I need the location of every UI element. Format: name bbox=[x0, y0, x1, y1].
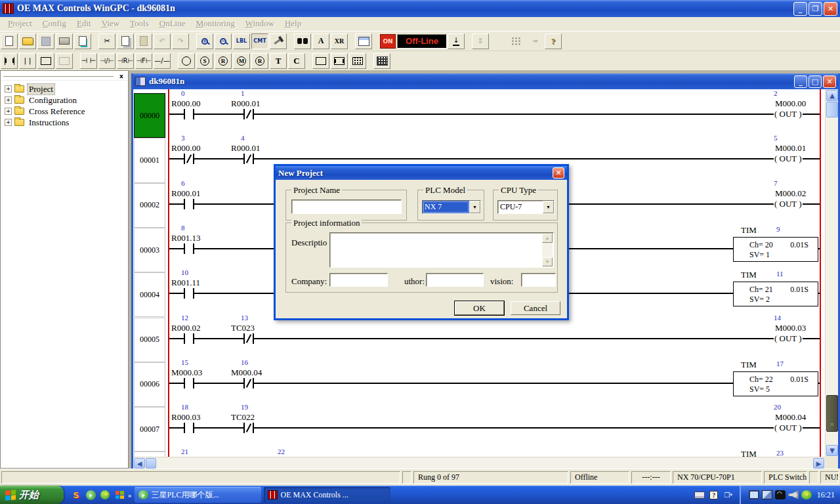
contact-nc-button[interactable]: ⊣/⊢ bbox=[98, 53, 116, 69]
coil-keep-button[interactable]: M bbox=[233, 53, 250, 69]
function-box-button[interactable] bbox=[312, 53, 329, 69]
print-button[interactable] bbox=[56, 33, 73, 49]
sidebar-item-cross-reference[interactable]: +Cross Reference bbox=[5, 106, 128, 117]
rung-number-cell[interactable] bbox=[134, 452, 165, 457]
menu-window[interactable]: Window bbox=[240, 18, 280, 30]
output-coil[interactable]: ( OUT ) bbox=[774, 109, 803, 119]
menu-help[interactable]: Help bbox=[280, 18, 306, 30]
open-button[interactable] bbox=[19, 33, 36, 49]
vertical-scroll-thumb[interactable] bbox=[826, 102, 838, 117]
save-button[interactable] bbox=[37, 33, 54, 49]
print-preview-button[interactable] bbox=[74, 33, 91, 49]
coil-retentive-button[interactable]: R bbox=[251, 53, 268, 69]
company-input[interactable] bbox=[329, 273, 388, 287]
rung-number-cell[interactable]: 00002 bbox=[134, 183, 165, 228]
rung-number-cell[interactable]: 00003 bbox=[134, 228, 165, 272]
contact-falling-button[interactable]: ⊣F⊢ bbox=[135, 53, 152, 69]
panel-close-icon[interactable]: x bbox=[117, 72, 126, 80]
counter-button[interactable]: C bbox=[288, 53, 305, 69]
zoom-out-button[interactable]: − bbox=[215, 33, 232, 49]
copy-button[interactable] bbox=[117, 33, 134, 49]
cut-button[interactable]: ✂ bbox=[98, 33, 116, 49]
build-button[interactable] bbox=[270, 33, 287, 49]
keyboard-icon[interactable] bbox=[693, 489, 706, 501]
network-button[interactable] bbox=[508, 33, 525, 49]
grid-toggle-button[interactable] bbox=[373, 53, 390, 69]
menu-online[interactable]: OnLine bbox=[154, 18, 191, 30]
function-io-box-button[interactable] bbox=[331, 53, 348, 69]
run-transfer-button[interactable]: ↠ bbox=[526, 33, 543, 49]
project-name-input[interactable] bbox=[291, 200, 402, 214]
vertical-wire-button[interactable]: | | bbox=[19, 53, 36, 69]
tim-block[interactable]: Ch= 210.01SSV= 2 bbox=[733, 282, 818, 306]
minimize-button[interactable]: _ bbox=[793, 2, 807, 16]
contact-label[interactable]: R000.00 bbox=[171, 98, 200, 109]
updown-button[interactable]: ⇕ bbox=[472, 33, 489, 49]
contact-label[interactable]: R000.00 bbox=[171, 143, 200, 154]
ok-button[interactable]: OK bbox=[455, 301, 504, 315]
scroll-up-icon[interactable]: ▲ bbox=[826, 90, 838, 101]
menu-edit[interactable]: Edit bbox=[72, 18, 96, 30]
ie-quicklaunch-icon[interactable]: e bbox=[85, 489, 96, 501]
rung-number-cell[interactable]: 00001 bbox=[134, 138, 165, 182]
find-button[interactable] bbox=[294, 33, 311, 49]
rung-number-cell[interactable]: 00004 bbox=[134, 272, 165, 317]
tim-block[interactable]: Ch= 220.01SSV= 5 bbox=[733, 371, 818, 396]
coil-button[interactable] bbox=[178, 53, 195, 69]
task-oemax[interactable]: OE MAX Controls ... bbox=[264, 487, 390, 503]
author-input[interactable] bbox=[426, 273, 484, 287]
coil-label[interactable]: M000.00 bbox=[775, 98, 806, 109]
start-button[interactable]: 开始 bbox=[0, 486, 64, 504]
close-button[interactable]: ✕ bbox=[824, 2, 837, 16]
rung-number-cell[interactable]: 00006 bbox=[134, 362, 165, 407]
zoom-in-button[interactable]: + bbox=[196, 33, 213, 49]
sidebar-item-instructions[interactable]: +Instructions bbox=[5, 117, 128, 128]
contact-no-button[interactable]: ⊣ ⊢ bbox=[80, 53, 97, 69]
help-button[interactable]: ? bbox=[545, 33, 562, 49]
contact-label[interactable]: M000.04 bbox=[231, 368, 262, 378]
sidebar-item-configuration[interactable]: +Configuration bbox=[5, 94, 128, 106]
scroll-left-icon[interactable]: ◀ bbox=[134, 458, 145, 469]
timer-button[interactable]: T bbox=[270, 53, 287, 69]
volume-tray-icon[interactable] bbox=[788, 490, 799, 499]
display-tray-icon[interactable] bbox=[749, 490, 759, 499]
contact-label[interactable]: R000.02 bbox=[171, 323, 200, 333]
antivirus-tray-icon[interactable] bbox=[801, 490, 812, 499]
wireless-tray-icon[interactable] bbox=[775, 490, 786, 499]
network-tray-icon[interactable] bbox=[762, 490, 772, 499]
menu-monitoring[interactable]: Monitoring bbox=[190, 18, 240, 30]
contact-label[interactable]: R001.13 bbox=[171, 233, 200, 243]
ladder-minimize-button[interactable]: _ bbox=[794, 75, 807, 88]
cancel-button[interactable]: Cancel bbox=[511, 301, 560, 315]
contact-label[interactable]: R000.01 bbox=[231, 98, 260, 109]
coil-set-button[interactable]: S bbox=[196, 53, 213, 69]
ladder-close-button[interactable]: ✕ bbox=[823, 75, 836, 88]
restore-button[interactable]: ❐ bbox=[808, 2, 822, 16]
contact-label[interactable]: R000.01 bbox=[171, 188, 200, 199]
expand-icon[interactable]: + bbox=[5, 85, 12, 93]
online-toggle-button[interactable]: ON bbox=[380, 34, 396, 49]
ladder-maximize-button[interactable]: □ bbox=[808, 75, 822, 88]
label-view-button[interactable]: LBL bbox=[233, 33, 250, 49]
vertical-scrollbar[interactable]: ▲ ▼ bbox=[825, 89, 838, 457]
revision-input[interactable] bbox=[521, 273, 556, 287]
ime-help-icon[interactable]: ? bbox=[707, 489, 721, 501]
contact-label[interactable]: R001.11 bbox=[171, 278, 200, 288]
download-button[interactable]: ↓ bbox=[448, 33, 465, 49]
task-browser[interactable]: e 三星PLC用哪个版... bbox=[135, 487, 261, 503]
output-coil[interactable]: ( OUT ) bbox=[774, 333, 803, 344]
cpu-type-arrow-icon[interactable]: ▼ bbox=[543, 201, 554, 213]
branch-box-disabled-button[interactable] bbox=[56, 53, 73, 69]
menu-view[interactable]: View bbox=[96, 18, 125, 30]
textarea-scroll-down-icon[interactable]: ▼ bbox=[542, 257, 553, 266]
plc-model-dropdown[interactable]: NX 7 ▼ bbox=[422, 200, 481, 214]
plc-model-arrow-icon[interactable]: ▼ bbox=[469, 201, 480, 213]
rung-number-cell[interactable]: 00000 bbox=[134, 93, 165, 138]
sidebar-item-project[interactable]: +Project bbox=[5, 83, 128, 94]
horizontal-scroll-thumb[interactable] bbox=[146, 458, 156, 469]
new-button[interactable] bbox=[1, 33, 18, 49]
coil-label[interactable]: M000.01 bbox=[775, 143, 806, 154]
coil-label[interactable]: M000.02 bbox=[775, 188, 806, 199]
messenger-icon[interactable]: S bbox=[70, 489, 82, 501]
coil-label[interactable]: M000.04 bbox=[775, 412, 806, 423]
